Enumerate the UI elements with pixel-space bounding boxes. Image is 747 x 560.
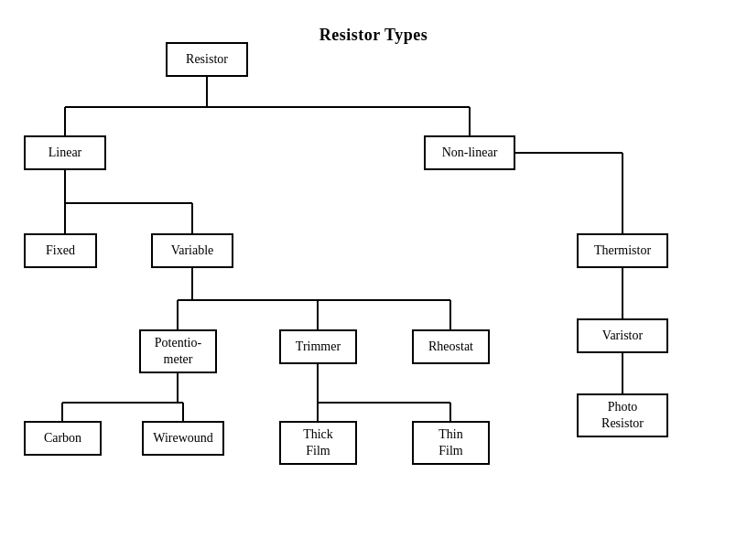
node-nonlinear: Non-linear — [424, 135, 515, 170]
node-linear: Linear — [24, 135, 106, 170]
node-variable: Variable — [151, 233, 233, 268]
node-rheostat: Rheostat — [412, 329, 490, 364]
node-thinfilm: Thin Film — [412, 421, 490, 465]
diagram: Resistor Types Resistor Linear Non-linea… — [0, 0, 747, 560]
node-thermistor: Thermistor — [577, 233, 668, 268]
node-thickfilm: Thick Film — [279, 421, 357, 465]
node-wirewound: Wirewound — [142, 421, 224, 456]
node-potentiometer: Potentio- meter — [139, 329, 217, 373]
node-carbon: Carbon — [24, 421, 102, 456]
page-title: Resistor Types — [0, 13, 747, 45]
node-resistor: Resistor — [166, 42, 248, 77]
node-trimmer: Trimmer — [279, 329, 357, 364]
node-fixed: Fixed — [24, 233, 97, 268]
node-photoresistor: Photo Resistor — [577, 393, 668, 437]
node-varistor: Varistor — [577, 318, 668, 353]
connector-lines — [0, 0, 747, 560]
